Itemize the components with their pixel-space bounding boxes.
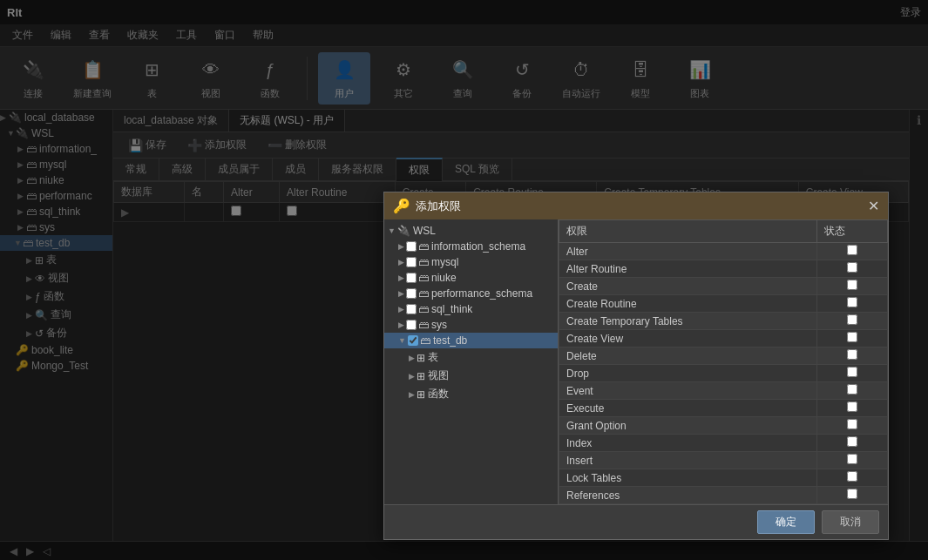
- rights-row-Lock Tables: Lock Tables: [559, 469, 888, 487]
- right-check-cell-Create Temporary Tables: [817, 313, 888, 330]
- tree-checkbox-test_db[interactable]: [408, 335, 418, 346]
- rights-col-status: 状态: [817, 220, 888, 243]
- tree-icon-mysql: 🗃: [418, 256, 429, 268]
- right-name-Create Temporary Tables: Create Temporary Tables: [559, 313, 817, 330]
- right-check-cell-Alter: [817, 243, 888, 260]
- tree-item-sql_think[interactable]: ▶🗃sql_think: [384, 301, 558, 317]
- tree-item-mysql[interactable]: ▶🗃mysql: [384, 254, 558, 270]
- right-checkbox-References[interactable]: [847, 489, 857, 499]
- tree-arrow-sql_think: ▶: [398, 305, 404, 314]
- tree-item-performance_schema[interactable]: ▶🗃performance_schema: [384, 286, 558, 301]
- tree-arrow: ▼: [388, 226, 396, 235]
- right-checkbox-Index[interactable]: [847, 436, 857, 447]
- tree-label-sql_think: sql_think: [431, 303, 472, 315]
- tree-icon-niuke: 🗃: [418, 272, 429, 284]
- tree-item-函数[interactable]: ▶⊞函数: [384, 385, 558, 403]
- right-name-Grant Option: Grant Option: [559, 417, 817, 435]
- right-name-Alter Routine: Alter Routine: [559, 260, 817, 278]
- tree-label-mysql: mysql: [431, 256, 458, 268]
- rights-row-Execute: Execute: [559, 400, 888, 417]
- right-check-cell-Lock Tables: [817, 469, 888, 487]
- rights-row-Insert: Insert: [559, 452, 888, 469]
- tree-label-information_schema: information_schema: [431, 240, 525, 253]
- rights-row-Create Temporary Tables: Create Temporary Tables: [559, 313, 888, 330]
- right-name-Create View: Create View: [559, 330, 817, 347]
- right-name-Create: Create: [559, 278, 817, 295]
- rights-row-Create View: Create View: [559, 330, 888, 347]
- confirm-button[interactable]: 确定: [757, 510, 815, 534]
- tree-label-函数: 函数: [428, 387, 449, 401]
- right-name-Insert: Insert: [559, 452, 817, 469]
- rights-row-Alter: Alter: [559, 243, 888, 260]
- tree-icon-performance_schema: 🗃: [418, 287, 429, 300]
- right-checkbox-Create Temporary Tables[interactable]: [847, 314, 857, 325]
- tree-icon-sql_think: 🗃: [418, 303, 429, 315]
- right-checkbox-Drop[interactable]: [847, 367, 857, 377]
- tree-checkbox-information_schema[interactable]: [406, 241, 417, 252]
- tree-arrow-sys: ▶: [398, 320, 404, 329]
- right-checkbox-Create View[interactable]: [847, 332, 857, 342]
- right-name-Delete: Delete: [559, 347, 817, 365]
- right-checkbox-Alter Routine[interactable]: [847, 262, 857, 273]
- right-checkbox-Create Routine[interactable]: [847, 297, 857, 307]
- tree-label-niuke: niuke: [431, 272, 457, 284]
- rights-row-References: References: [559, 487, 888, 504]
- modal-footer: 确定 取消: [384, 504, 888, 539]
- tree-icon-test_db: 🗃: [420, 334, 430, 347]
- right-check-cell-Create View: [817, 330, 888, 347]
- right-checkbox-Lock Tables[interactable]: [847, 471, 857, 482]
- right-checkbox-Alter[interactable]: [847, 245, 857, 255]
- modal-overlay: 🔑 添加权限 ✕ ▼🔌WSL▶🗃information_schema▶🗃mysq…: [0, 0, 928, 560]
- tree-label-视图: 视图: [428, 368, 449, 383]
- permission-icon: 🔑: [393, 198, 410, 214]
- tree-checkbox-sql_think[interactable]: [406, 304, 417, 314]
- rights-row-Delete: Delete: [559, 347, 888, 365]
- rights-row-Grant Option: Grant Option: [559, 417, 888, 435]
- add-permission-modal: 🔑 添加权限 ✕ ▼🔌WSL▶🗃information_schema▶🗃mysq…: [383, 192, 889, 540]
- tree-item-视图[interactable]: ▶⊞视图: [384, 367, 558, 385]
- tree-label-sys: sys: [431, 319, 447, 331]
- right-name-Alter: Alter: [559, 243, 817, 260]
- tree-item-niuke[interactable]: ▶🗃niuke: [384, 270, 558, 286]
- rights-table-body: AlterAlter RoutineCreateCreate RoutineCr…: [559, 243, 888, 504]
- rights-row-Drop: Drop: [559, 365, 888, 382]
- rights-row-Create Routine: Create Routine: [559, 295, 888, 313]
- tree-root-WSL[interactable]: ▼🔌WSL: [384, 223, 558, 239]
- modal-tree: ▼🔌WSL▶🗃information_schema▶🗃mysql▶🗃niuke▶…: [384, 219, 559, 504]
- tree-item-information_schema[interactable]: ▶🗃information_schema: [384, 239, 558, 254]
- modal-close-button[interactable]: ✕: [868, 198, 879, 214]
- tree-arrow-mysql: ▶: [398, 258, 404, 267]
- tree-checkbox-performance_schema[interactable]: [406, 288, 417, 299]
- right-checkbox-Create[interactable]: [847, 280, 857, 290]
- tree-item-test_db[interactable]: ▼🗃test_db: [384, 333, 558, 348]
- cancel-button[interactable]: 取消: [822, 510, 879, 534]
- right-check-cell-Insert: [817, 452, 888, 469]
- right-name-Drop: Drop: [559, 365, 817, 382]
- right-name-Execute: Execute: [559, 400, 817, 417]
- tree-arrow-information_schema: ▶: [398, 242, 404, 251]
- modal-title: 🔑 添加权限: [393, 198, 461, 214]
- right-checkbox-Insert[interactable]: [847, 454, 857, 464]
- tree-icon-视图: ⊞: [417, 370, 425, 382]
- right-name-Lock Tables: Lock Tables: [559, 469, 817, 487]
- tree-label-test_db: test_db: [433, 334, 467, 347]
- tree-label-表: 表: [428, 350, 438, 365]
- right-checkbox-Delete[interactable]: [847, 349, 857, 360]
- right-checkbox-Execute[interactable]: [847, 401, 857, 412]
- right-name-Create Routine: Create Routine: [559, 295, 817, 313]
- right-checkbox-Event[interactable]: [847, 384, 857, 395]
- rights-row-Create: Create: [559, 278, 888, 295]
- right-checkbox-Grant Option[interactable]: [847, 419, 857, 429]
- tree-root-label: WSL: [413, 225, 436, 237]
- tree-checkbox-sys[interactable]: [406, 320, 417, 330]
- tree-checkbox-mysql[interactable]: [406, 257, 417, 267]
- rights-row-Event: Event: [559, 382, 888, 400]
- tree-item-sys[interactable]: ▶🗃sys: [384, 317, 558, 333]
- rights-row-Index: Index: [559, 435, 888, 452]
- tree-item-表[interactable]: ▶⊞表: [384, 348, 558, 367]
- tree-checkbox-niuke[interactable]: [406, 273, 417, 283]
- right-check-cell-Create: [817, 278, 888, 295]
- tree-icon-函数: ⊞: [417, 388, 425, 401]
- right-check-cell-Delete: [817, 347, 888, 365]
- modal-body: ▼🔌WSL▶🗃information_schema▶🗃mysql▶🗃niuke▶…: [384, 219, 888, 504]
